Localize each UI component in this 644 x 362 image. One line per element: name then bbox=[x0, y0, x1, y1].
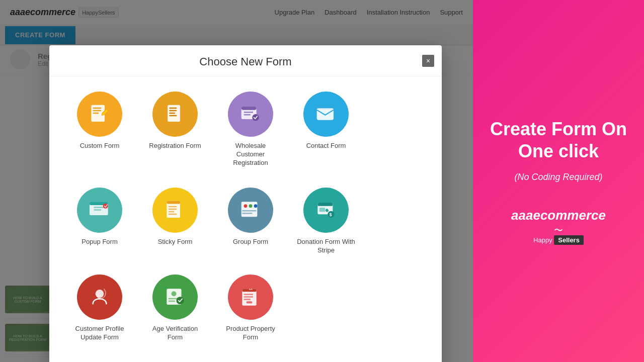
svg-rect-42 bbox=[169, 298, 178, 300]
donation-form-label: Donation Form With Stripe bbox=[296, 238, 356, 255]
tagline: Create Form On One click bbox=[490, 118, 627, 161]
custom-form-label: Custom Form bbox=[80, 142, 120, 150]
contact-form-label: Contact Form bbox=[306, 142, 346, 150]
svg-rect-13 bbox=[244, 114, 251, 116]
svg-rect-27 bbox=[169, 213, 177, 215]
popup-form-label: Popup Form bbox=[82, 238, 118, 246]
svg-rect-16 bbox=[317, 108, 334, 110]
group-form-icon bbox=[228, 188, 273, 233]
form-item-age[interactable]: Age Verification Form bbox=[140, 269, 210, 347]
age-form-icon bbox=[152, 275, 198, 320]
form-item-wholesale[interactable]: Wholesale Customer Registration bbox=[215, 86, 286, 172]
svg-rect-47 bbox=[244, 294, 253, 296]
sticky-form-label: Sticky Form bbox=[158, 238, 193, 246]
form-item-profile[interactable]: Customer Profile Update Form bbox=[64, 269, 135, 347]
svg-point-41 bbox=[172, 292, 177, 297]
profile-form-label: Customer Profile Update Form bbox=[69, 325, 130, 342]
svg-point-31 bbox=[254, 204, 258, 208]
brand-logo: aaaecommerce 〜 Happy Sellers bbox=[511, 208, 606, 244]
svg-rect-49 bbox=[244, 299, 251, 301]
svg-point-44 bbox=[177, 297, 184, 305]
form-item-registration[interactable]: Registration Form bbox=[140, 86, 210, 172]
svg-rect-15 bbox=[317, 108, 334, 120]
svg-rect-46 bbox=[242, 289, 256, 292]
product-form-label: Product Property Form bbox=[220, 325, 281, 342]
svg-rect-36 bbox=[319, 208, 326, 212]
svg-rect-25 bbox=[169, 208, 177, 210]
wholesale-form-icon bbox=[228, 92, 273, 137]
choose-form-modal: Choose New Form × Custom Form bbox=[49, 45, 442, 362]
form-item-custom[interactable]: Custom Form bbox=[64, 86, 135, 172]
svg-rect-1 bbox=[93, 108, 102, 109]
svg-rect-35 bbox=[317, 203, 333, 206]
contact-form-icon bbox=[303, 92, 349, 137]
form-item-contact[interactable]: Contact Form bbox=[291, 86, 361, 172]
form-item-donation[interactable]: $ Donation Form With Stripe bbox=[291, 183, 361, 260]
custom-form-icon bbox=[77, 92, 122, 137]
age-form-label: Age Verification Form bbox=[145, 325, 205, 342]
donation-form-icon: $ bbox=[303, 188, 349, 233]
group-form-label: Group Form bbox=[233, 238, 268, 246]
modal-header: Choose New Form × bbox=[49, 45, 442, 76]
svg-rect-3 bbox=[93, 113, 99, 114]
happy-sellers: Happy Sellers bbox=[511, 236, 606, 244]
right-panel: Create Form On One click (No Coding Requ… bbox=[473, 0, 644, 362]
product-form-icon bbox=[228, 275, 273, 320]
svg-rect-28 bbox=[242, 202, 258, 217]
svg-point-29 bbox=[244, 204, 248, 208]
svg-point-14 bbox=[252, 114, 259, 121]
svg-rect-43 bbox=[169, 301, 175, 302]
svg-rect-9 bbox=[169, 115, 177, 117]
sticky-form-icon bbox=[152, 188, 198, 233]
svg-rect-24 bbox=[169, 206, 177, 207]
svg-rect-11 bbox=[242, 107, 257, 110]
svg-rect-2 bbox=[93, 110, 102, 112]
svg-point-30 bbox=[249, 204, 253, 208]
svg-text:$: $ bbox=[330, 212, 332, 217]
form-item-sticky[interactable]: Sticky Form bbox=[140, 183, 210, 260]
svg-point-39 bbox=[96, 290, 104, 298]
svg-rect-19 bbox=[94, 207, 104, 208]
tagline-sub: (No Coding Required) bbox=[514, 172, 602, 183]
smile-icon: 〜 bbox=[511, 224, 606, 236]
svg-point-21 bbox=[103, 203, 108, 208]
form-grid: Custom Form Registration Form bbox=[49, 76, 442, 357]
modal-title: Choose New Form bbox=[199, 55, 291, 68]
svg-rect-8 bbox=[169, 113, 175, 114]
form-item-popup[interactable]: Popup Form bbox=[64, 183, 135, 260]
profile-form-icon bbox=[77, 275, 122, 320]
popup-form-icon bbox=[77, 188, 122, 233]
svg-rect-33 bbox=[242, 213, 252, 214]
wholesale-form-label: Wholesale Customer Registration bbox=[220, 142, 281, 167]
form-item-group[interactable]: Group Form bbox=[215, 183, 286, 260]
registration-form-icon bbox=[152, 92, 198, 137]
form-item-product[interactable]: Product Property Form bbox=[215, 269, 286, 347]
svg-rect-23 bbox=[167, 201, 180, 204]
svg-rect-48 bbox=[244, 297, 253, 298]
svg-rect-20 bbox=[94, 209, 101, 211]
registration-form-label: Registration Form bbox=[149, 142, 201, 150]
svg-rect-32 bbox=[242, 210, 256, 212]
svg-rect-12 bbox=[244, 112, 253, 113]
svg-rect-26 bbox=[169, 211, 175, 212]
svg-rect-6 bbox=[169, 108, 177, 109]
svg-rect-50 bbox=[247, 302, 253, 304]
svg-rect-7 bbox=[169, 110, 177, 112]
close-button[interactable]: × bbox=[422, 55, 434, 67]
logo-text: aaaecommerce bbox=[511, 208, 606, 223]
